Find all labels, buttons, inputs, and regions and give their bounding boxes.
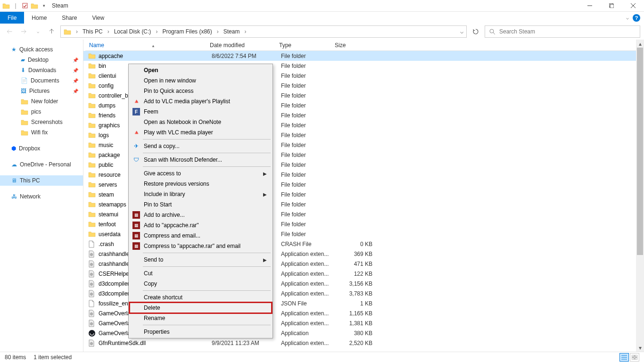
chevron-right-icon[interactable]: ›	[106, 28, 111, 35]
chevron-right-icon: ▶	[263, 192, 267, 197]
up-button[interactable]: 🡡	[46, 26, 58, 37]
file-size: 3,783 KB	[337, 290, 372, 297]
file-type: Application exten...	[281, 320, 337, 327]
nav-pictures[interactable]: 🖼Pictures📌	[0, 86, 83, 96]
scroll-thumb[interactable]	[637, 48, 643, 255]
nav-network[interactable]: 🖧Network	[0, 191, 83, 202]
cm-open-new-window[interactable]: Open in new window	[130, 75, 272, 86]
cm-archive[interactable]: ▦Add to archive...	[130, 210, 272, 220]
nav-downloads[interactable]: ⬇Downloads📌	[0, 65, 83, 75]
folder-icon	[88, 191, 96, 198]
cm-copy[interactable]: Copy	[130, 279, 272, 289]
icons-view-button[interactable]	[630, 353, 639, 362]
scroll-track[interactable]	[636, 48, 644, 344]
cm-compress-rar-email[interactable]: ▦Compress to "appcache.rar" and email	[130, 241, 272, 251]
nav-thispc[interactable]: 🖥This PC	[0, 175, 83, 186]
qat-folder-icon[interactable]	[30, 1, 39, 10]
nav-newfolder[interactable]: New folder	[0, 96, 83, 107]
scroll-down-icon[interactable]: ▾	[636, 344, 644, 352]
refresh-button[interactable]	[470, 25, 482, 38]
col-date[interactable]: Date modified	[206, 42, 275, 49]
maximize-button[interactable]	[601, 0, 622, 12]
scroll-up-icon[interactable]: ▴	[636, 40, 644, 48]
back-button[interactable]: 🡠	[4, 26, 15, 37]
file-row[interactable]: appcache8/6/2022 7:54 PMFile folder	[83, 51, 644, 61]
search-input[interactable]: Search Steam	[485, 25, 640, 38]
nav-dropbox[interactable]: ⬢Dropbox	[0, 143, 83, 154]
cm-restore[interactable]: Restore previous versions	[130, 179, 272, 189]
close-button[interactable]	[622, 0, 644, 12]
address-bar[interactable]: › This PC › Local Disk (C:) › Program Fi…	[60, 25, 467, 38]
folder-icon	[88, 221, 96, 228]
col-name[interactable]: Name▲	[85, 42, 206, 49]
qat-properties-icon[interactable]	[21, 1, 29, 10]
breadcrumb-steam[interactable]: Steam	[223, 28, 240, 35]
file-type: Application exten...	[281, 340, 337, 346]
nav-wififix[interactable]: Wifi fix	[0, 127, 83, 138]
chevron-right-icon[interactable]: ›	[154, 28, 159, 35]
file-size: 1,381 KB	[337, 320, 372, 327]
col-size[interactable]: Size	[331, 42, 369, 49]
col-type[interactable]: Type	[275, 42, 331, 49]
cm-defender[interactable]: 🛡Scan with Microsoft Defender...	[130, 155, 272, 165]
file-row[interactable]: GfnRuntimeSdk.dll9/9/2021 11:23 AMApplic…	[83, 338, 644, 348]
folder-icon	[88, 211, 96, 218]
cm-delete[interactable]: Delete	[130, 303, 272, 313]
cm-create-shortcut[interactable]: Create shortcut	[130, 292, 272, 303]
svg-rect-28	[632, 355, 634, 357]
cm-include-library[interactable]: Include in library▶	[130, 189, 272, 199]
cm-add-rar[interactable]: ▦Add to "appcache.rar"	[130, 220, 272, 230]
cm-vlc-playlist[interactable]: 🔺Add to VLC media player's Playlist	[130, 96, 272, 107]
chevron-right-icon[interactable]: ›	[215, 28, 221, 35]
folder-icon	[88, 62, 96, 70]
cm-rename[interactable]: Rename	[130, 313, 272, 323]
cm-vlc-play[interactable]: 🔺Play with VLC media player	[130, 127, 272, 138]
minimize-button[interactable]	[579, 0, 601, 12]
cm-send-copy[interactable]: ✈Send a copy...	[130, 141, 272, 151]
nav-desktop[interactable]: ▰Desktop📌	[0, 55, 83, 65]
nav-quick-access[interactable]: ★Quick access	[0, 44, 83, 55]
svg-rect-31	[635, 358, 637, 360]
vertical-scrollbar[interactable]: ▴ ▾	[636, 40, 644, 352]
nav-screenshots[interactable]: Screenshots	[0, 117, 83, 127]
cm-give-access[interactable]: Give access to▶	[130, 168, 272, 179]
file-type: Application	[281, 330, 337, 337]
chevron-right-icon[interactable]: ›	[74, 28, 80, 35]
qat-separator-icon: |	[11, 1, 20, 10]
breadcrumb-thispc[interactable]: This PC	[83, 28, 103, 35]
address-dropdown-icon[interactable]: ⌵	[460, 28, 463, 35]
cm-feem[interactable]: FFeem	[130, 107, 272, 117]
details-view-button[interactable]	[619, 353, 629, 362]
tab-file[interactable]: File	[0, 12, 24, 24]
cm-cut[interactable]: Cut	[130, 268, 272, 279]
qat-dropdown-icon[interactable]: ▾	[40, 1, 48, 10]
ribbon-chevron-icon[interactable]: ⌵	[626, 15, 629, 20]
tab-view[interactable]: View	[84, 12, 112, 24]
dll-icon	[88, 290, 96, 297]
help-icon[interactable]: ?	[633, 14, 640, 22]
cm-properties[interactable]: Properties	[130, 327, 272, 337]
tab-share[interactable]: Share	[54, 12, 84, 24]
file-icon	[88, 240, 96, 248]
folder-icon	[88, 122, 96, 129]
nav-documents[interactable]: 📄Documents📌	[0, 75, 83, 86]
forward-button[interactable]: 🡢	[18, 26, 29, 37]
cm-pin-quick-access[interactable]: Pin to Quick access	[130, 86, 272, 96]
cm-pin-start[interactable]: Pin to Start	[130, 199, 272, 210]
breadcrumb-programfiles[interactable]: Program Files (x86)	[162, 28, 212, 35]
nav-pics[interactable]: pics	[0, 107, 83, 117]
dll-icon	[88, 260, 96, 268]
cm-compress-email[interactable]: ▦Compress and email...	[130, 230, 272, 241]
recent-dropdown-icon[interactable]: ⌵	[32, 26, 43, 37]
cm-open[interactable]: Open	[130, 65, 272, 75]
nav-onedrive[interactable]: ☁OneDrive - Personal	[0, 159, 83, 170]
file-size: 122 KB	[337, 271, 372, 277]
file-type: File folder	[281, 112, 337, 119]
file-size: 380 KB	[337, 330, 372, 337]
svg-point-15	[91, 284, 92, 285]
chevron-right-icon[interactable]: ›	[242, 28, 248, 35]
cm-onenote[interactable]: Open as Notebook in OneNote	[130, 117, 272, 127]
breadcrumb-drive[interactable]: Local Disk (C:)	[114, 28, 151, 35]
cm-send-to[interactable]: Send to▶	[130, 255, 272, 265]
tab-home[interactable]: Home	[24, 12, 54, 24]
